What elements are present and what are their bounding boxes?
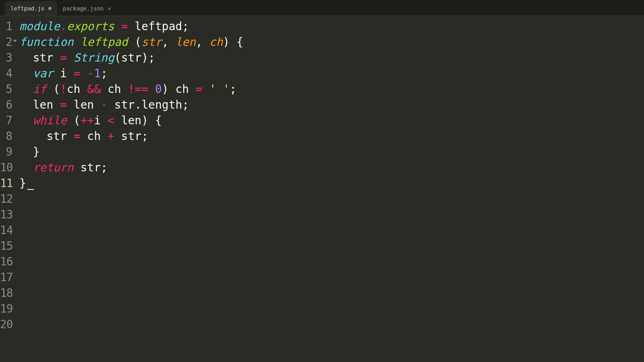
- code-line[interactable]: [19, 317, 243, 332]
- code-content[interactable]: module.exports = leftpad;function leftpa…: [12, 16, 243, 362]
- code-token: exports: [67, 20, 114, 33]
- line-number[interactable]: 13: [0, 207, 12, 222]
- code-token: len) {: [114, 114, 162, 127]
- code-line[interactable]: function leftpad (str, len, ch) {: [19, 34, 243, 50]
- code-token: =: [196, 82, 202, 96]
- code-line[interactable]: [19, 269, 243, 285]
- code-token: ch: [101, 82, 128, 96]
- line-number[interactable]: 1: [0, 19, 12, 34]
- code-line[interactable]: str = ch + str;: [19, 128, 243, 144]
- line-number[interactable]: 11: [0, 175, 12, 191]
- code-line[interactable]: return str;: [19, 160, 243, 175]
- code-token: =: [121, 20, 128, 33]
- code-token: [148, 82, 155, 96]
- code-token: &&: [87, 82, 101, 96]
- code-token: len: [67, 98, 101, 111]
- code-token: return: [33, 161, 74, 174]
- line-number[interactable]: 3: [0, 50, 12, 66]
- line-number-gutter[interactable]: 1234567891011121314151617181920: [0, 16, 12, 362]
- code-token: ++: [80, 114, 94, 127]
- code-token: ch: [80, 130, 107, 143]
- line-number[interactable]: 17: [0, 269, 12, 285]
- code-token: -: [101, 98, 107, 111]
- code-token: [19, 82, 33, 96]
- line-number[interactable]: 14: [0, 222, 12, 238]
- code-line[interactable]: if (!ch && ch !== 0) ch = ' ';: [19, 81, 243, 97]
- code-token: ,: [196, 35, 209, 49]
- code-token: [80, 67, 87, 80]
- code-token: ch: [67, 82, 87, 96]
- code-token: str: [141, 35, 162, 49]
- code-token: len: [19, 98, 60, 111]
- line-number[interactable]: 9: [0, 144, 12, 160]
- line-number[interactable]: 18: [0, 285, 12, 301]
- line-number[interactable]: 7: [0, 113, 12, 128]
- editor-area: 1234567891011121314151617181920 module.e…: [0, 16, 644, 362]
- code-line[interactable]: }: [19, 144, 243, 160]
- code-token: <: [107, 114, 114, 127]
- code-token: String: [74, 51, 114, 64]
- code-token: [67, 51, 74, 64]
- code-line[interactable]: str = String(str);: [19, 50, 243, 66]
- line-number[interactable]: 2: [0, 34, 12, 50]
- code-token: {: [236, 35, 243, 49]
- code-line[interactable]: var i = -1;: [19, 66, 243, 81]
- code-token: length;: [141, 98, 189, 111]
- code-line[interactable]: [19, 222, 243, 238]
- code-line[interactable]: [19, 238, 243, 254]
- code-token: (str);: [114, 51, 155, 64]
- code-line[interactable]: [19, 254, 243, 269]
- code-token: -: [87, 67, 94, 80]
- code-token: ): [223, 35, 237, 49]
- code-token: str: [19, 130, 74, 143]
- code-token: =: [60, 98, 67, 111]
- code-line[interactable]: module.exports = leftpad;: [19, 19, 243, 34]
- code-line[interactable]: len = len - str.length;: [19, 97, 243, 113]
- code-token: [19, 114, 33, 127]
- code-token: }: [19, 177, 26, 190]
- code-token: =: [60, 51, 67, 64]
- code-line[interactable]: while (++i < len) {: [19, 113, 243, 128]
- code-token: +: [107, 130, 114, 143]
- fold-icon[interactable]: [13, 40, 17, 42]
- tab-package-json[interactable]: package.json ×: [57, 1, 117, 16]
- code-token: 1: [94, 67, 101, 80]
- line-number[interactable]: 12: [0, 191, 12, 207]
- tab-leftpad-js[interactable]: leftpad.js: [5, 1, 57, 16]
- line-number[interactable]: 19: [0, 301, 12, 317]
- code-token: while: [33, 114, 67, 127]
- line-number[interactable]: 4: [0, 66, 12, 81]
- code-token: var: [33, 67, 54, 80]
- tab-label: package.json: [63, 5, 103, 12]
- close-icon[interactable]: ×: [107, 6, 111, 11]
- code-line[interactable]: }: [19, 175, 243, 191]
- line-number[interactable]: 6: [0, 97, 12, 113]
- line-number[interactable]: 15: [0, 238, 12, 254]
- code-token: ch: [209, 35, 223, 49]
- code-token: i: [94, 114, 107, 127]
- code-token: if: [33, 82, 47, 96]
- code-token: ;: [101, 67, 107, 80]
- line-number[interactable]: 10: [0, 160, 12, 175]
- code-token: str;: [114, 130, 148, 143]
- line-number[interactable]: 20: [0, 317, 12, 332]
- line-number[interactable]: 5: [0, 81, 12, 97]
- code-line[interactable]: [19, 301, 243, 317]
- code-token: module: [19, 20, 60, 33]
- code-token: [74, 35, 80, 49]
- line-number[interactable]: 8: [0, 128, 12, 144]
- tab-bar: leftpad.js package.json ×: [0, 0, 644, 16]
- code-line[interactable]: [19, 207, 243, 222]
- code-token: [19, 161, 33, 174]
- code-token: [19, 67, 33, 80]
- code-line[interactable]: [19, 285, 243, 301]
- code-token: str: [107, 98, 134, 111]
- code-line[interactable]: [19, 191, 243, 207]
- code-token: .: [135, 98, 142, 111]
- code-token: leftpad: [80, 35, 128, 49]
- code-token: .: [60, 20, 67, 33]
- code-token: [114, 20, 121, 33]
- code-token: leftpad: [128, 20, 182, 33]
- line-number[interactable]: 16: [0, 254, 12, 269]
- code-token: len: [175, 35, 196, 49]
